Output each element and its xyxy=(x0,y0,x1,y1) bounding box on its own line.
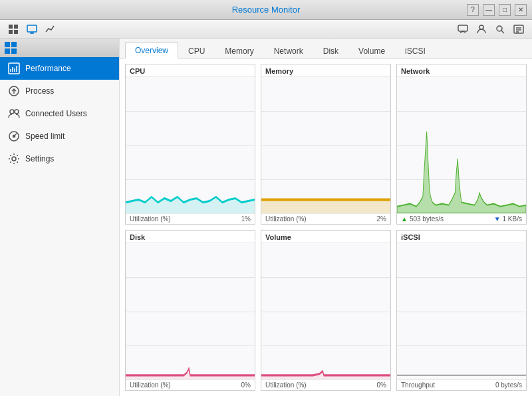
volume-chart: Volume Utilization (%) 0% xyxy=(261,230,391,391)
volume-chart-area xyxy=(261,243,390,379)
iscsi-footer-right: 0 bytes/s xyxy=(495,381,522,389)
upload-value: 503 bytes/s xyxy=(410,215,444,223)
svg-rect-18 xyxy=(11,49,17,54)
memory-chart-area xyxy=(261,76,390,213)
svg-rect-4 xyxy=(27,25,37,32)
connected-users-icon xyxy=(8,108,20,120)
svg-point-8 xyxy=(479,25,483,29)
memory-chart-footer: Utilization (%) 2% xyxy=(261,213,390,224)
svg-point-9 xyxy=(497,26,502,31)
monitor-icon[interactable] xyxy=(24,21,40,37)
cpu-chart-area xyxy=(126,76,255,213)
settings-icon xyxy=(8,153,20,165)
sidebar-header xyxy=(0,39,119,57)
maximize-button[interactable]: □ xyxy=(499,4,511,16)
svg-rect-3 xyxy=(14,30,18,34)
iscsi-chart: iSCSI Throughput 0 bytes/s xyxy=(396,230,527,391)
sidebar-item-settings[interactable]: Settings xyxy=(0,148,119,170)
help-button[interactable]: ? xyxy=(467,4,479,16)
tab-overview[interactable]: Overview xyxy=(125,43,178,58)
iscsi-footer-left: Throughput xyxy=(401,381,435,389)
window-controls[interactable]: ? — □ ✕ xyxy=(467,4,527,16)
app-title: Resource Monitor xyxy=(232,5,301,15)
network-chart-title: Network xyxy=(397,64,526,76)
volume-footer-right: 0% xyxy=(377,381,386,389)
settings-label: Settings xyxy=(25,154,54,163)
svg-rect-15 xyxy=(5,42,10,47)
speed-limit-icon xyxy=(8,130,20,142)
disk-chart-title: Disk xyxy=(126,231,255,243)
cpu-chart-title: CPU xyxy=(126,64,255,76)
upload-stat: ▲ 503 bytes/s xyxy=(401,215,444,223)
svg-rect-17 xyxy=(5,49,10,54)
svg-rect-19 xyxy=(9,63,19,74)
iscsi-chart-footer: Throughput 0 bytes/s xyxy=(397,379,526,390)
svg-rect-16 xyxy=(11,42,17,47)
cpu-footer-left: Utilization (%) xyxy=(130,215,171,223)
download-arrow: ▼ xyxy=(494,215,501,223)
svg-rect-0 xyxy=(9,25,13,29)
svg-marker-34 xyxy=(261,200,390,214)
svg-rect-2 xyxy=(9,30,13,34)
network-chart-area xyxy=(397,76,526,213)
connected-users-label: Connected Users xyxy=(25,109,87,118)
tab-network[interactable]: Network xyxy=(264,43,313,58)
memory-footer-right: 2% xyxy=(377,215,386,223)
volume-chart-footer: Utilization (%) 0% xyxy=(261,379,390,390)
chat-icon[interactable] xyxy=(455,21,471,37)
grid-icon[interactable] xyxy=(5,21,21,37)
memory-footer-left: Utilization (%) xyxy=(265,215,307,223)
volume-chart-title: Volume xyxy=(261,231,390,243)
sidebar: Performance Process Connected Users Spee… xyxy=(0,39,120,396)
sidebar-item-connected-users[interactable]: Connected Users xyxy=(0,102,119,125)
minimize-button[interactable]: — xyxy=(483,4,495,16)
chart-icon[interactable] xyxy=(43,21,59,37)
disk-chart-footer: Utilization (%) 0% xyxy=(126,379,255,390)
memory-chart: Memory Utilization (%) 2% xyxy=(261,64,391,225)
close-button[interactable]: ✕ xyxy=(515,4,527,16)
svg-point-30 xyxy=(13,136,15,138)
svg-point-26 xyxy=(10,110,14,114)
download-stat: ▼ 1 KB/s xyxy=(494,215,522,223)
network-chart: Network ▲ 503 bytes/s ▼ xyxy=(396,64,527,225)
process-icon xyxy=(8,85,20,97)
upload-arrow: ▲ xyxy=(401,215,408,223)
process-label: Process xyxy=(25,86,54,96)
svg-line-10 xyxy=(501,31,504,33)
cpu-chart-footer: Utilization (%) 1% xyxy=(126,213,255,224)
svg-rect-7 xyxy=(458,25,467,31)
search-icon[interactable] xyxy=(492,21,508,37)
disk-chart-area xyxy=(126,243,255,379)
disk-footer-right: 0% xyxy=(241,381,251,389)
disk-footer-left: Utilization (%) xyxy=(130,381,171,389)
volume-footer-left: Utilization (%) xyxy=(265,381,307,389)
disk-chart: Disk Utilization (%) 0% xyxy=(125,230,255,391)
tab-volume[interactable]: Volume xyxy=(348,43,395,58)
svg-rect-1 xyxy=(14,25,18,29)
svg-marker-35 xyxy=(397,132,526,213)
memory-chart-title: Memory xyxy=(261,64,390,76)
main-layout: Performance Process Connected Users Spee… xyxy=(0,39,532,396)
info-icon[interactable] xyxy=(511,21,527,37)
network-chart-footer: ▲ 503 bytes/s ▼ 1 KB/s xyxy=(397,213,526,224)
tab-iscsi[interactable]: iSCSI xyxy=(395,43,436,58)
tab-memory[interactable]: Memory xyxy=(215,43,263,58)
content-area: Overview CPU Memory Network Disk Volume … xyxy=(120,39,532,396)
sidebar-item-performance[interactable]: Performance xyxy=(0,57,119,80)
user-icon[interactable] xyxy=(473,21,489,37)
iscsi-chart-area xyxy=(397,243,526,379)
svg-point-31 xyxy=(12,157,16,161)
tab-cpu[interactable]: CPU xyxy=(178,43,215,58)
performance-icon xyxy=(8,62,20,74)
svg-point-27 xyxy=(15,110,19,114)
iscsi-chart-title: iSCSI xyxy=(397,231,526,243)
tab-bar: Overview CPU Memory Network Disk Volume … xyxy=(120,39,532,58)
speed-limit-label: Speed limit xyxy=(25,132,65,141)
synology-logo xyxy=(4,41,17,54)
tab-disk[interactable]: Disk xyxy=(313,43,348,58)
sidebar-item-process[interactable]: Process xyxy=(0,80,119,102)
download-value: 1 KB/s xyxy=(503,215,522,223)
sidebar-item-speed-limit[interactable]: Speed limit xyxy=(0,125,119,148)
cpu-footer-right: 1% xyxy=(241,215,251,223)
cpu-chart: CPU Utilization (%) 1% xyxy=(125,64,255,225)
